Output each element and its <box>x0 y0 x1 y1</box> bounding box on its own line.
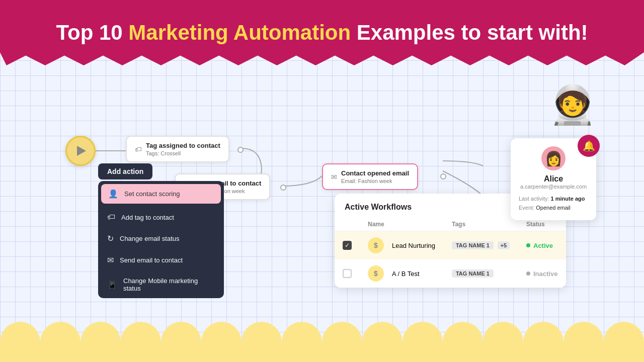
alice-avatar: 👩 <box>541 146 566 170</box>
opened-node-out-dot <box>440 173 446 179</box>
banner-title-start: Top 10 <box>56 21 128 44</box>
menu-item-2-label: Change email status <box>120 235 180 242</box>
email-node-out-dot <box>280 185 286 191</box>
row1-workflow-icon: $ <box>368 237 384 253</box>
bell-icon: 🔔 <box>583 140 595 152</box>
row1-status: Active <box>526 242 558 249</box>
col-check <box>335 218 360 231</box>
scallop <box>40 322 80 362</box>
scallop <box>564 322 604 362</box>
row2-status-dot <box>526 272 530 276</box>
tag-menu-icon: 🏷 <box>107 213 115 222</box>
banner-title-end: Examples to start with! <box>351 21 588 44</box>
menu-item-1-label: Add tag to contact <box>121 214 174 221</box>
row1-name: Lead Nurturing <box>392 242 435 249</box>
scallop <box>322 322 362 362</box>
bell-button[interactable]: 🔔 <box>578 135 600 157</box>
banner: Top 10 Marketing Automation Examples to … <box>0 0 644 65</box>
scallop <box>362 322 403 362</box>
alice-last-activity: Last activity: 1 minute ago Event: Opene… <box>519 195 588 212</box>
menu-item-change-email[interactable]: ↻ Change email status <box>98 228 224 249</box>
tag-icon: 🏷 <box>135 145 142 153</box>
row2-checkbox[interactable] <box>343 269 352 278</box>
mobile-icon: 📱 <box>107 280 117 290</box>
play-icon <box>77 146 86 156</box>
row2-tag-badge: TAG NAME 1 <box>452 269 494 278</box>
table-row: ✓ $ Lead Nurturing TAG NAME 1 +5 <box>335 231 566 260</box>
row2-status-cell: Inactive <box>518 259 566 288</box>
event-label: Event: <box>519 205 534 211</box>
col-name: Name <box>360 218 444 231</box>
row1-name-cell: $ Lead Nurturing <box>360 231 444 260</box>
refresh-icon: ↻ <box>107 234 114 243</box>
alice-avatar-emoji: 👩 <box>545 150 562 167</box>
event-value: Opened email <box>536 205 571 211</box>
banner-title-highlight: Marketing Automation <box>128 21 351 44</box>
row1-status-cell: Active <box>518 231 566 260</box>
scallop <box>242 322 282 362</box>
bottom-decoration <box>0 322 644 362</box>
astronaut-decoration: 🧑‍🚀 <box>549 83 596 127</box>
row2-tags-cell: TAG NAME 1 <box>444 259 518 288</box>
scallop <box>80 322 121 362</box>
add-action-button[interactable]: Add action <box>98 163 152 179</box>
action-menu: 👤 Set contact scoring 🏷 Add tag to conta… <box>98 181 224 298</box>
row1-check-cell[interactable]: ✓ <box>335 231 360 260</box>
row1-tags-cell: TAG NAME 1 +5 <box>444 231 518 260</box>
row2-status: Inactive <box>526 270 558 278</box>
scallop <box>201 322 242 362</box>
row1-status-dot <box>526 243 530 247</box>
opened-icon: ✉ <box>331 173 337 181</box>
last-activity-label: Last activity: <box>519 196 549 202</box>
row1-tag-badge: TAG NAME 1 <box>452 241 494 249</box>
row2-name: A / B Test <box>392 270 420 278</box>
row2-workflow-icon: $ <box>368 265 384 282</box>
opened-node[interactable]: ✉ Contact opened email Email: Fashion we… <box>322 163 418 190</box>
menu-item-add-tag[interactable]: 🏷 Add tag to contact <box>98 207 224 228</box>
scallop <box>282 322 322 362</box>
row2-name-cell: $ A / B Test <box>360 259 444 288</box>
menu-item-set-contact-scoring[interactable]: 👤 Set contact scoring <box>101 184 221 204</box>
tag-node-title: Tag assigned to contact <box>146 142 220 149</box>
row2-check-cell[interactable] <box>335 259 360 288</box>
menu-item-0-label: Set contact scoring <box>124 190 180 198</box>
scallop <box>403 322 443 362</box>
scallop <box>604 322 644 362</box>
scallop <box>0 322 40 362</box>
row1-plus-badge: +5 <box>498 241 510 249</box>
menu-item-mobile[interactable]: 📱 Change Mobile marketing status <box>98 271 224 298</box>
scallop <box>161 322 201 362</box>
tag-node[interactable]: 🏷 Tag assigned to contact Tags: Crossell <box>126 136 229 162</box>
flow-canvas: 🏷 Tag assigned to contact Tags: Crossell… <box>0 65 644 322</box>
start-button[interactable] <box>65 136 96 166</box>
menu-item-4-label: Change Mobile marketing status <box>123 277 215 292</box>
row1-checkbox[interactable]: ✓ <box>343 241 352 250</box>
menu-item-send-email[interactable]: ✉ Send email to contact <box>98 249 224 271</box>
user-icon: 👤 <box>108 189 118 199</box>
table-row: $ A / B Test TAG NAME 1 Inactive <box>335 259 566 288</box>
last-activity-value: 1 minute ago <box>551 196 585 202</box>
scallop <box>523 322 564 362</box>
scallop <box>443 322 483 362</box>
row1-status-label: Active <box>533 242 553 249</box>
menu-item-3-label: Send email to contact <box>120 256 183 264</box>
opened-node-title: Contact opened email <box>341 169 409 177</box>
tag-node-out-dot <box>237 147 244 153</box>
alice-email: a.carpenter@example.com <box>519 184 588 190</box>
opened-node-sub: Email: Fashion week <box>341 178 409 184</box>
col-tags: Tags <box>444 218 518 231</box>
email-menu-icon: ✉ <box>107 255 114 265</box>
scallop <box>483 322 523 362</box>
alice-name: Alice <box>519 174 588 184</box>
scallop <box>121 322 161 362</box>
tag-node-sub: Tags: Crossell <box>146 150 220 156</box>
banner-title: Top 10 Marketing Automation Examples to … <box>56 20 588 45</box>
row2-status-label: Inactive <box>533 270 557 278</box>
workflows-table: Name Tags Status ✓ $ Lead Nurturing <box>335 218 566 288</box>
